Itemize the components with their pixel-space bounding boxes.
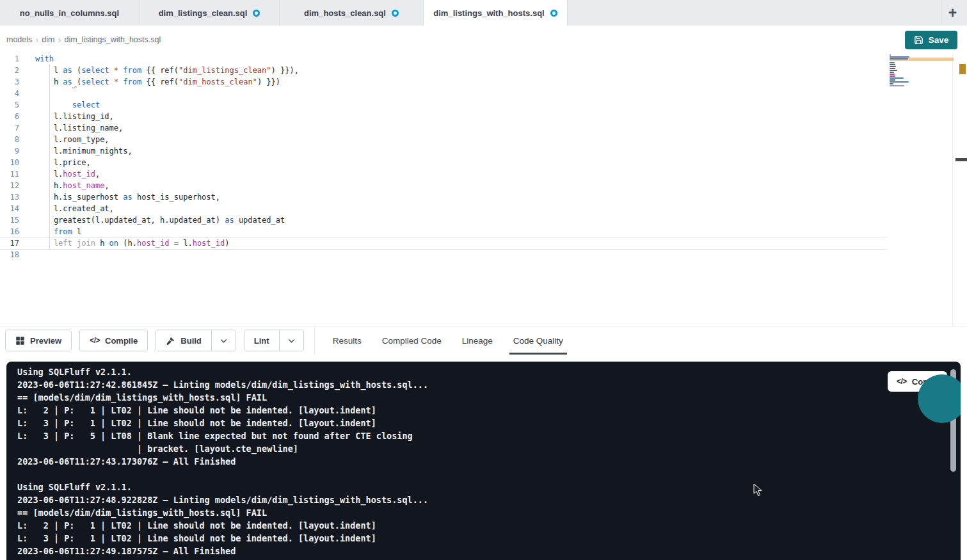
build-options-dropdown[interactable]	[211, 330, 236, 351]
dbt-ide-window: no_nulls_in_columns.sql dim_listings_cle…	[0, 0, 967, 560]
breadcrumb-models: models	[6, 35, 32, 44]
file-tab-dim-listings-clean[interactable]: dim_listings_clean.sql	[140, 0, 280, 26]
preview-label: Preview	[30, 336, 61, 346]
lint-label: Lint	[254, 336, 269, 346]
chevron-down-icon	[287, 337, 296, 345]
tab-label: Lineage	[462, 336, 493, 346]
file-tab-label: dim_listings_with_hosts.sql	[433, 8, 544, 18]
table-grid-icon	[15, 336, 25, 346]
code-line-6[interactable]: 6 l.listing_id,	[0, 111, 886, 122]
code-line-1[interactable]: 1with	[0, 53, 886, 65]
unsaved-changes-dot-icon	[550, 10, 557, 17]
code-line-16[interactable]: 16 from l	[0, 226, 886, 237]
line-number: 5	[0, 99, 29, 111]
line-number: 7	[0, 122, 29, 134]
code-line-14[interactable]: 14 l.created_at,	[0, 203, 886, 214]
line-number: 15	[0, 214, 29, 226]
tab-code-quality[interactable]: Code Quality	[513, 327, 563, 355]
file-tab-label: no_nulls_in_columns.sql	[20, 8, 119, 18]
breadcrumb-filename: dim_listings_with_hosts.sql	[64, 35, 161, 44]
build-label: Build	[180, 336, 202, 346]
chevron-right-icon: ›	[58, 35, 61, 44]
minimap[interactable]	[890, 54, 954, 131]
line-number: 12	[0, 180, 29, 191]
mouse-cursor	[753, 483, 763, 497]
code-line-4[interactable]: 4	[0, 88, 886, 99]
tab-label: Compiled Code	[382, 336, 442, 346]
line-number: 14	[0, 203, 29, 214]
chevron-down-icon	[220, 337, 228, 345]
build-button[interactable]: Build	[156, 330, 211, 351]
line-number: 16	[0, 226, 29, 237]
file-tab-label: dim_listings_clean.sql	[159, 8, 248, 18]
line-number: 10	[0, 157, 29, 168]
line-number: 6	[0, 111, 29, 122]
line-number: 3	[0, 76, 29, 88]
tab-lineage[interactable]: Lineage	[462, 327, 493, 355]
unsaved-changes-dot-icon	[253, 10, 260, 17]
terminal[interactable]: Using SQLFluff v2.1.1. 2023-06-06T11:27:…	[6, 362, 961, 560]
file-tab-no-nulls-in-columns[interactable]: no_nulls_in_columns.sql	[0, 0, 140, 26]
new-tab-button[interactable]: +	[941, 0, 963, 26]
code-line-18[interactable]: 18	[0, 249, 886, 260]
save-icon	[914, 35, 923, 45]
code-line-10[interactable]: 10 l.price,	[0, 157, 886, 168]
result-tabs: Results Compiled Code Lineage Code Quali…	[333, 327, 563, 355]
minimap-lines	[890, 54, 954, 88]
tab-compiled-code[interactable]: Compiled Code	[382, 327, 442, 355]
file-tab-label: dim_hosts_clean.sql	[304, 8, 386, 18]
indent-guide	[49, 65, 50, 250]
save-button[interactable]: Save	[905, 31, 957, 49]
save-button-label: Save	[929, 35, 949, 45]
code-line-15[interactable]: 15 greatest(l.updated_at, h.updated_at) …	[0, 214, 886, 226]
chevron-right-icon: ›	[35, 35, 38, 44]
code-line-7[interactable]: 7 l.listing_name,	[0, 122, 886, 134]
file-tab-dim-listings-with-hosts[interactable]: dim_listings_with_hosts.sql	[424, 0, 568, 26]
line-number: 8	[0, 134, 29, 145]
code-line-2[interactable]: 2 l as (select * from {{ ref("dim_listin…	[0, 65, 886, 76]
file-tab-dim-hosts-clean[interactable]: dim_hosts_clean.sql	[280, 0, 424, 26]
active-tab-underline	[509, 353, 567, 355]
code-lines: 1with2 l as (select * from {{ ref("dim_l…	[0, 53, 967, 260]
help-bubble-button[interactable]	[918, 374, 961, 423]
lint-options-dropdown[interactable]	[279, 330, 303, 351]
breadcrumb-dim: dim	[42, 35, 54, 44]
code-line-12[interactable]: 12 h.host_name,	[0, 180, 886, 191]
code-line-8[interactable]: 8 l.room_type,	[0, 134, 886, 145]
line-number: 11	[0, 168, 29, 180]
code-brackets-icon: </>	[897, 377, 907, 386]
file-header-bar: models › dim › dim_listings_with_hosts.s…	[0, 26, 967, 53]
action-toolbar: Preview </> Compile Build	[0, 326, 967, 354]
tab-label: Results	[333, 336, 362, 346]
line-number: 9	[0, 145, 29, 157]
lint-button[interactable]: Lint	[244, 330, 279, 351]
code-line-3[interactable]: 3 h as (select * from {{ ref("dim_hosts_…	[0, 76, 886, 88]
line-number: 2	[0, 65, 29, 76]
terminal-output: Using SQLFluff v2.1.1. 2023-06-06T11:27:…	[6, 362, 961, 557]
compile-label: Compile	[105, 336, 138, 346]
code-line-17[interactable]: 17 left join h on (h.host_id = l.host_id…	[0, 237, 886, 249]
line-number: 4	[0, 88, 29, 99]
code-line-9[interactable]: 9 l.minimum_nights,	[0, 145, 886, 157]
toolbar-divider	[314, 327, 315, 355]
unsaved-changes-dot-icon	[392, 10, 399, 17]
code-line-11[interactable]: 11 l.host_id,	[0, 168, 886, 180]
scrollbar-marker[interactable]	[955, 158, 967, 161]
hammer-icon	[166, 336, 175, 346]
preview-button[interactable]: Preview	[6, 330, 71, 351]
code-brackets-icon: </>	[90, 336, 100, 345]
code-editor[interactable]: 1with2 l as (select * from {{ ref("dim_l…	[0, 53, 967, 326]
line-number: 18	[0, 249, 29, 260]
line-number: 1	[0, 53, 29, 65]
warning-marker	[959, 64, 966, 74]
code-line-5[interactable]: 5 select	[0, 99, 886, 111]
plus-icon: +	[948, 4, 957, 22]
tab-results[interactable]: Results	[333, 327, 362, 355]
editor-tab-bar: no_nulls_in_columns.sql dim_listings_cle…	[0, 0, 967, 26]
tab-label: Code Quality	[513, 336, 563, 346]
compile-button[interactable]: </> Compile	[80, 330, 147, 351]
code-line-13[interactable]: 13 h.is_superhost as host_is_superhost,	[0, 191, 886, 203]
line-number: 13	[0, 191, 29, 203]
line-number: 17	[0, 237, 29, 249]
